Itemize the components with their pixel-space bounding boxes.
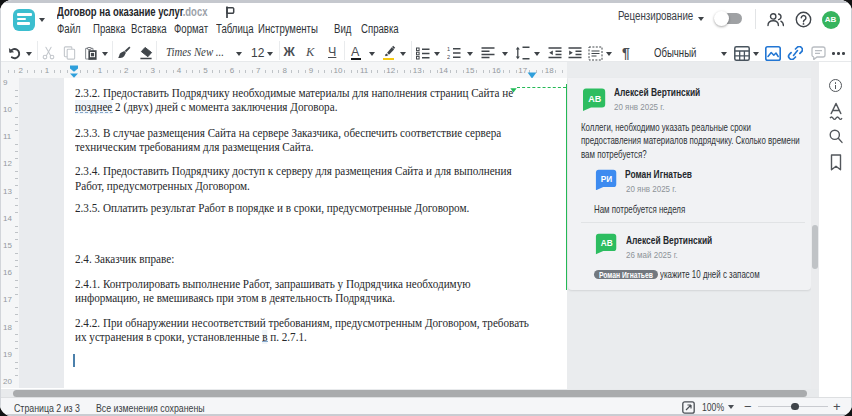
svg-text:АВ: АВ bbox=[601, 240, 613, 249]
svg-text:РИ: РИ bbox=[600, 175, 612, 184]
svg-text:АВ: АВ bbox=[588, 94, 601, 104]
svg-text:2: 2 bbox=[447, 54, 450, 60]
svg-text:1: 1 bbox=[447, 46, 450, 52]
